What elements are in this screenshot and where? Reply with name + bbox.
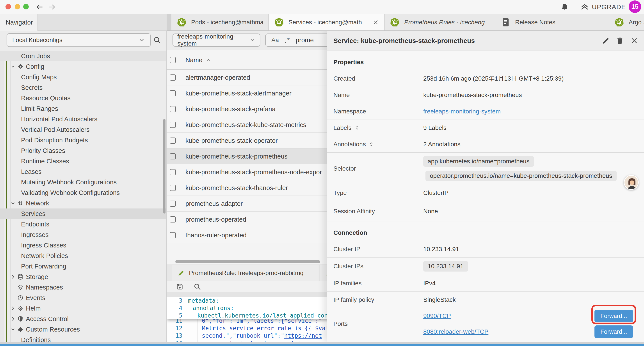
sidebar-item-label: Limit Ranges [21, 105, 58, 112]
search-icon[interactable] [153, 36, 161, 44]
detail-value-text: ClusterIP [423, 189, 448, 196]
detail-value: 253d 16h 6m ago (2025年1月13日 GMT+8 1:25:3… [423, 74, 638, 83]
detail-value-text: 9 Labels [423, 124, 446, 131]
sidebar-item-config-maps[interactable]: Config Maps [0, 72, 166, 82]
tab-navigator[interactable]: Navigator [0, 14, 38, 31]
detail-value-text: 253d 16h 6m ago (2025年1月13日 GMT+8 1:25:3… [423, 75, 564, 82]
traffic-light-zoom[interactable] [23, 4, 29, 9]
sidebar-item-endpoints[interactable]: Endpoints [0, 219, 166, 230]
detail-value: freeleaps-monitoring-system [423, 108, 638, 115]
sidebar-item-network-policies[interactable]: Network Policies [0, 251, 166, 261]
bottom-scroll-strip [0, 342, 644, 344]
sidebar-item-resource-quotas[interactable]: Resource Quotas [0, 93, 166, 103]
sort-asc-icon[interactable] [206, 57, 212, 63]
sidebar-item-runtime-classes[interactable]: Runtime Classes [0, 156, 166, 166]
close-icon[interactable] [630, 36, 638, 45]
sidebar-item-limit-ranges[interactable]: Limit Ranges [0, 103, 166, 114]
traffic-light-minimize[interactable] [15, 4, 20, 9]
row-checkbox[interactable] [170, 137, 176, 144]
sidebar-item-port-forwarding[interactable]: Port Forwarding [0, 261, 166, 272]
sidebar-item-pod-disruption-budgets[interactable]: Pod Disruption Budgets [0, 135, 166, 145]
indent-guide [188, 304, 188, 312]
resource-tree: Cron JobsConfigConfig MapsSecretsResourc… [0, 51, 166, 342]
horizontal-scrollbar[interactable] [175, 260, 320, 263]
section-heading-label: Properties [334, 59, 364, 66]
sidebar-item-label: Access Control [26, 315, 68, 323]
search-icon[interactable] [193, 283, 201, 291]
tab-services-icecheng-math[interactable]: Services - icecheng@math... [269, 14, 384, 31]
assistant-avatar[interactable] [624, 175, 639, 190]
value-chip: operator.prometheus.io/name=kube-prometh… [426, 171, 616, 181]
expander-icon[interactable] [368, 141, 374, 147]
row-checkbox[interactable] [170, 106, 176, 112]
section-heading-properties: Properties [327, 51, 644, 70]
tab-argo-se[interactable]: Argo Se [609, 14, 644, 31]
delete-trash-icon[interactable] [616, 36, 624, 45]
notifications-badge[interactable]: 15 [629, 0, 641, 13]
kubernetes-icon [390, 17, 400, 27]
sidebar-item-cron-jobs[interactable]: Cron Jobs [0, 51, 166, 61]
row-checkbox[interactable] [170, 90, 176, 96]
sidebar-item-helm[interactable]: Helm [0, 303, 166, 314]
sidebar-item-custom-resources[interactable]: Custom Resources [0, 324, 166, 335]
sidebar-item-priority-classes[interactable]: Priority Classes [0, 145, 166, 156]
sidebar-scrollbar[interactable] [163, 119, 166, 214]
edit-pencil-icon[interactable] [602, 36, 610, 45]
sidebar-item-storage[interactable]: Storage [0, 272, 166, 282]
port-link[interactable]: 9090/TCP [423, 313, 451, 320]
row-checkbox[interactable] [170, 122, 176, 128]
case-toggle[interactable]: Aa [271, 36, 279, 43]
sidebar-item-secrets[interactable]: Secrets [0, 82, 166, 93]
sidebar-item-ingresses[interactable]: Ingresses [0, 230, 166, 240]
detail-label-text: Selector [334, 165, 356, 172]
sidebar-item-access-control[interactable]: Access Control [0, 314, 166, 324]
forward-button[interactable]: Forward... [594, 326, 633, 338]
port-link[interactable]: 8080:reloader-web/TCP [423, 328, 488, 335]
row-checkbox[interactable] [170, 74, 176, 81]
row-checkbox[interactable] [170, 153, 176, 159]
column-header-name[interactable]: Name [186, 56, 202, 63]
tab-prometheus-rules-icecheng[interactable]: Prometheus Rules - icecheng... [384, 14, 496, 31]
traffic-light-close[interactable] [6, 4, 11, 9]
tab-pods-icecheng-mathmas[interactable]: Pods - icecheng@mathmas... [172, 14, 269, 31]
sidebar-item-mutating-webhook-configurations[interactable]: Mutating Webhook Configurations [0, 177, 166, 187]
editor-tab-prometheusrule[interactable]: PrometheusRule: freeleaps-prod-rabbitmq [172, 265, 319, 281]
sidebar-item-definitions[interactable]: Definitions [0, 335, 166, 342]
regex-toggle[interactable]: .* [284, 36, 290, 44]
select-all-checkbox[interactable] [170, 57, 176, 63]
sidebar-item-vertical-pod-autoscalers[interactable]: Vertical Pod Autoscalers [0, 124, 166, 135]
indent-guide [188, 325, 188, 332]
kubeconfig-selector[interactable]: Local Kubeconfigs [6, 33, 151, 47]
detail-row-session-affinity: Session AffinityNone [327, 201, 644, 221]
tab-release-notes[interactable]: Release Notes [496, 14, 609, 31]
upgrade-button[interactable]: UPGRADE [580, 3, 626, 11]
sidebar-item-leases[interactable]: Leases [0, 166, 166, 177]
detail-label-text: Ports [334, 320, 348, 327]
kubernetes-icon [274, 17, 284, 27]
row-checkbox[interactable] [170, 216, 176, 223]
bell-icon[interactable] [561, 3, 568, 11]
back-arrow-icon[interactable] [36, 3, 44, 11]
row-checkbox[interactable] [170, 232, 176, 238]
sidebar-item-services[interactable]: Services [0, 209, 166, 219]
expander-icon[interactable] [354, 125, 360, 131]
sidebar-item-network[interactable]: Network [0, 198, 166, 209]
sidebar-item-validating-webhook-configurations[interactable]: Validating Webhook Configurations [0, 187, 166, 198]
sidebar-item-config[interactable]: Config [0, 61, 166, 72]
detail-link[interactable]: freeleaps-monitoring-system [423, 108, 501, 115]
close-icon[interactable] [372, 19, 379, 26]
detail-label-text: Namespace [334, 108, 366, 115]
sidebar-item-events[interactable]: Events [0, 293, 166, 303]
sidebar-item-horizontal-pod-autoscalers[interactable]: Horizontal Pod Autoscalers [0, 114, 166, 124]
row-checkbox[interactable] [170, 185, 176, 191]
sidebar-item-namespaces[interactable]: Namespaces [0, 282, 166, 293]
row-checkbox[interactable] [170, 169, 176, 175]
namespace-filter[interactable]: freeleaps-monitoring-system [172, 33, 260, 47]
sidebar-item-ingress-classes[interactable]: Ingress Classes [0, 240, 166, 251]
row-checkbox[interactable] [170, 201, 176, 207]
detail-label: Ports [334, 320, 423, 327]
forward-arrow-icon[interactable] [48, 3, 56, 11]
tab-label: Pods - icecheng@mathmas... [191, 19, 263, 26]
document-icon [501, 17, 511, 27]
save-icon[interactable] [176, 283, 184, 291]
